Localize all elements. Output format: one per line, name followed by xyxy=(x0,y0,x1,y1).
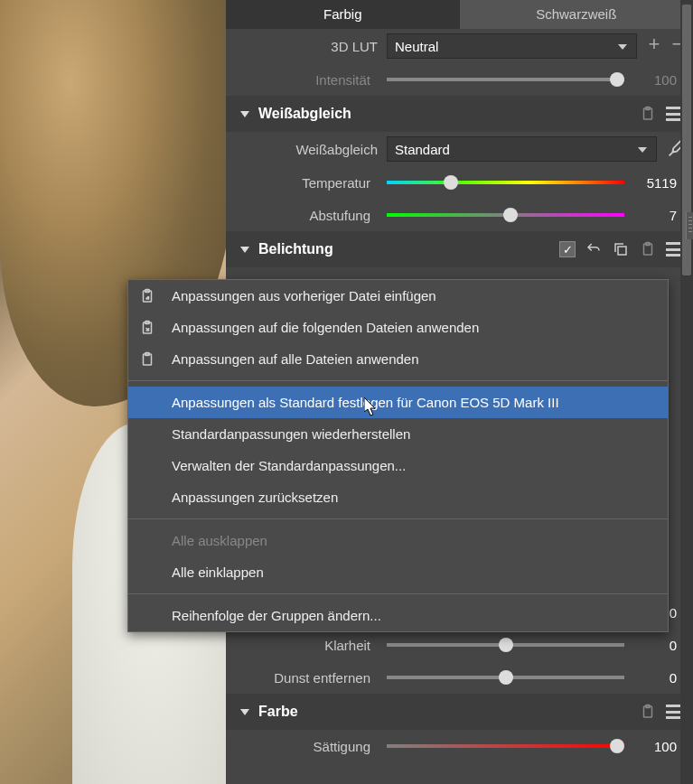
temperature-slider[interactable] xyxy=(387,181,624,184)
scrollbar[interactable] xyxy=(680,0,693,784)
tint-value: 7 xyxy=(632,208,677,223)
context-menu: Anpassungen aus vorheriger Datei einfüge… xyxy=(127,279,669,632)
panel-grip[interactable] xyxy=(686,212,693,239)
intensity-label: Intensität xyxy=(226,72,379,88)
paste-icon[interactable] xyxy=(639,240,657,258)
clarity-value: 0 xyxy=(632,638,677,653)
temperature-label: Temperatur xyxy=(226,175,379,191)
menu-reset[interactable]: Anpassungen zurücksetzen xyxy=(128,481,668,513)
menu-apply-following[interactable]: Anpassungen auf die folgenden Dateien an… xyxy=(128,312,668,343)
lut-label: 3D LUT xyxy=(233,39,387,54)
saturation-slider[interactable] xyxy=(387,744,624,748)
menu-restore-default[interactable]: Standardanpassungen wiederherstellen xyxy=(128,418,668,450)
clarity-slider[interactable] xyxy=(387,643,624,647)
chevron-down-icon xyxy=(240,709,249,715)
copy-icon[interactable] xyxy=(612,240,630,258)
menu-apply-all[interactable]: Anpassungen auf alle Dateien anwenden xyxy=(128,343,668,375)
menu-reorder-groups[interactable]: Reihenfolge der Gruppen ändern... xyxy=(128,600,668,631)
menu-set-default[interactable]: Anpassungen als Standard festlegen für C… xyxy=(128,387,668,418)
chevron-down-icon xyxy=(240,111,249,117)
clarity-label: Klarheit xyxy=(226,638,379,653)
saturation-value: 100 xyxy=(632,739,677,754)
dehaze-label: Dunst entfernen xyxy=(226,670,379,686)
tab-color[interactable]: Farbig xyxy=(226,0,460,29)
section-exposure[interactable]: Belichtung xyxy=(226,231,693,267)
menu-collapse-all[interactable]: Alle einklappen xyxy=(128,556,668,588)
tint-label: Abstufung xyxy=(226,208,379,223)
svg-rect-2 xyxy=(618,247,626,255)
temperature-value: 5119 xyxy=(632,175,677,191)
menu-paste-previous[interactable]: Anpassungen aus vorheriger Datei einfüge… xyxy=(128,280,668,312)
cursor-icon xyxy=(364,397,380,421)
tab-bw[interactable]: Schwarzweiß xyxy=(460,0,694,29)
dehaze-value: 0 xyxy=(632,670,677,686)
undo-icon[interactable] xyxy=(585,240,603,258)
saturation-label: Sättigung xyxy=(226,739,379,754)
wb-label: Weißabgleich xyxy=(233,142,387,157)
lut-dropdown[interactable]: Neutral xyxy=(387,33,637,59)
section-color[interactable]: Farbe xyxy=(226,694,693,730)
menu-manage-defaults[interactable]: Verwalten der Standardanpassungen... xyxy=(128,450,668,481)
dehaze-slider[interactable] xyxy=(387,676,624,679)
exposure-checkbox[interactable] xyxy=(559,241,576,257)
paste-icon[interactable] xyxy=(639,105,657,123)
paste-icon[interactable] xyxy=(639,703,657,721)
menu-expand-all: Alle ausklappen xyxy=(128,525,668,556)
intensity-value: 100 xyxy=(632,72,677,88)
chevron-down-icon xyxy=(240,247,249,253)
intensity-slider[interactable] xyxy=(387,78,624,81)
tint-slider[interactable] xyxy=(387,213,624,217)
wb-dropdown[interactable]: Standard xyxy=(387,136,657,162)
lut-add-button[interactable]: + xyxy=(646,38,662,54)
section-whitebalance[interactable]: Weißabgleich xyxy=(226,96,693,132)
